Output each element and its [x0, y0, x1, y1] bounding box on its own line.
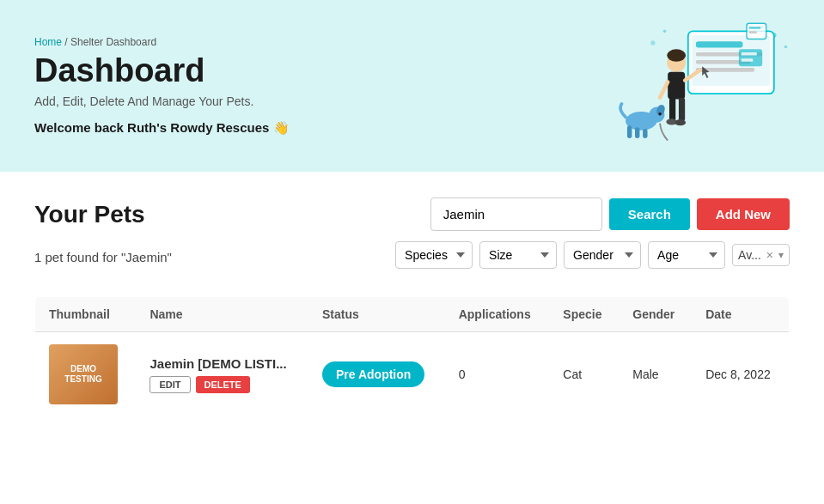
svg-rect-13: [742, 58, 754, 62]
pet-thumbnail-cell: DEMOTESTING: [35, 332, 137, 417]
page-title: Dashboard: [34, 53, 618, 89]
species-filter[interactable]: Species: [395, 241, 473, 269]
svg-rect-31: [749, 27, 761, 29]
add-new-button[interactable]: Add New: [697, 198, 790, 230]
availability-filter-container: Av... × ▾: [732, 244, 790, 266]
welcome-message: Welcome back Ruth's Rowdy Rescues 👋: [34, 120, 618, 136]
availability-filter-clear[interactable]: ×: [765, 245, 775, 265]
pet-gender-cell: Male: [619, 332, 692, 417]
svg-rect-32: [749, 31, 757, 33]
header-illustration: [618, 17, 790, 155]
result-count-number: 1 pet found: [34, 250, 99, 264]
svg-point-24: [658, 112, 662, 116]
page-subtitle: Add, Edit, Delete And Manage Your Pets.: [34, 94, 618, 108]
search-button[interactable]: Search: [609, 198, 690, 230]
edit-button[interactable]: EDIT: [150, 376, 190, 393]
table-body: DEMOTESTING Jaemin [DEMO LISTI... EDIT D…: [35, 332, 790, 417]
breadcrumb: Home / Shelter Dashboard: [34, 36, 618, 48]
svg-rect-26: [643, 129, 647, 138]
result-count-query: for "Jaemin": [102, 250, 172, 264]
table-row: DEMOTESTING Jaemin [DEMO LISTI... EDIT D…: [35, 332, 790, 417]
pets-header-row: Your Pets Search Add New: [34, 197, 790, 231]
col-gender: Gender: [619, 297, 692, 332]
table-header: Thumbnail Name Status Applications Speci…: [35, 297, 790, 332]
svg-rect-30: [747, 23, 766, 39]
pet-date-cell: Dec 8, 2022: [692, 332, 789, 417]
col-thumbnail: Thumbnail: [35, 297, 137, 332]
pets-table: Thumbnail Name Status Applications Speci…: [34, 296, 790, 417]
svg-rect-18: [679, 98, 685, 121]
illustration-svg: [618, 17, 790, 155]
table-header-row: Thumbnail Name Status Applications Speci…: [35, 297, 790, 332]
pet-name-cell: Jaemin [DEMO LISTI... EDIT DELETE: [136, 332, 308, 417]
main-content: Your Pets Search Add New 1 pet found for…: [0, 172, 824, 443]
availability-filter-label: Av...: [738, 248, 761, 262]
search-input[interactable]: [430, 197, 602, 231]
col-applications: Applications: [445, 297, 550, 332]
result-count: 1 pet found for "Jaemin": [34, 250, 172, 264]
pet-thumbnail: DEMOTESTING: [49, 344, 118, 404]
breadcrumb-home[interactable]: Home: [34, 36, 62, 48]
availability-filter-chevron: ▾: [778, 249, 784, 261]
svg-rect-17: [669, 98, 675, 121]
svg-point-2: [784, 46, 788, 49]
size-filter[interactable]: Size: [479, 241, 557, 269]
svg-line-20: [660, 82, 668, 97]
svg-point-4: [650, 40, 655, 45]
col-status: Status: [308, 297, 445, 332]
header-left: Home / Shelter Dashboard Dashboard Add, …: [34, 36, 618, 136]
breadcrumb-separator: /: [64, 36, 67, 48]
age-filter[interactable]: Age: [648, 241, 725, 269]
pet-name: Jaemin [DEMO LISTI...: [150, 356, 295, 371]
your-pets-title: Your Pets: [34, 201, 145, 228]
svg-point-29: [674, 119, 686, 125]
svg-rect-27: [627, 125, 632, 138]
col-specie: Specie: [549, 297, 619, 332]
header-section: Home / Shelter Dashboard Dashboard Add, …: [0, 0, 824, 172]
pet-applications-cell: 0: [445, 332, 550, 417]
pet-action-buttons: EDIT DELETE: [150, 376, 295, 393]
delete-button[interactable]: DELETE: [196, 376, 250, 393]
svg-rect-12: [742, 52, 757, 56]
breadcrumb-current: Shelter Dashboard: [70, 36, 156, 48]
svg-point-15: [667, 49, 686, 62]
pet-status-cell: Pre Adoption: [308, 332, 445, 417]
pet-specie-cell: Cat: [549, 332, 619, 417]
svg-rect-25: [635, 127, 639, 138]
svg-rect-11: [739, 49, 762, 66]
col-date: Date: [692, 297, 789, 332]
svg-point-3: [663, 30, 667, 33]
svg-rect-16: [668, 72, 685, 100]
status-badge: Pre Adoption: [322, 361, 424, 387]
filters-row: Species Size Gender Age Av... × ▾: [395, 241, 790, 269]
svg-rect-7: [696, 41, 743, 47]
gender-filter[interactable]: Gender: [564, 241, 641, 269]
search-area: Search Add New: [430, 197, 790, 231]
col-name: Name: [136, 297, 308, 332]
